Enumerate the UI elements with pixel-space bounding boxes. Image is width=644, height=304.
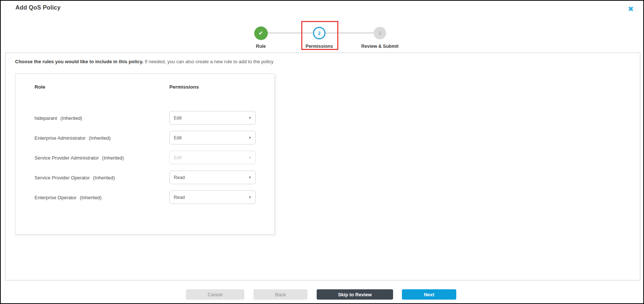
- step-permissions-label: Permissions: [290, 44, 349, 49]
- permission-dropdown-disabled: Edit ▾: [169, 151, 256, 164]
- skip-to-review-button[interactable]: Skip to Review: [317, 289, 393, 300]
- role-label: Service Provider Operator(Inherited): [35, 175, 115, 180]
- dropdown-value: Edit: [174, 115, 182, 121]
- dropdown-value: Edit: [174, 155, 182, 160]
- column-header-role: Role: [35, 84, 45, 90]
- role-label: Service Provider Administrator(Inherited…: [35, 155, 124, 160]
- wizard-stepper: ✔ Rule 2 Permissions 3 Review & Submit: [1, 1, 643, 52]
- next-button[interactable]: Next: [402, 289, 456, 300]
- step-review-number: 3: [378, 31, 381, 36]
- check-icon: ✔: [259, 30, 263, 36]
- chevron-down-icon: ▾: [249, 175, 251, 179]
- step-permissions-number: 2: [318, 31, 320, 36]
- chevron-down-icon: ▾: [249, 155, 251, 160]
- role-label: hideparant(Inherited): [35, 115, 82, 121]
- permission-dropdown[interactable]: Read ▾: [169, 171, 256, 184]
- table-row: Service Provider Administrator(Inherited…: [15, 151, 274, 164]
- dropdown-value: Read: [174, 195, 185, 200]
- cancel-button[interactable]: Cancel: [186, 289, 244, 300]
- instruction-bold: Choose the rules you would like to inclu…: [15, 59, 143, 64]
- table-row: Enterprise Administrator(Inherited) Edit…: [15, 131, 274, 144]
- permission-dropdown[interactable]: Read ▾: [169, 190, 256, 204]
- role-label: Enterprise Administrator(Inherited): [35, 135, 111, 140]
- chevron-down-icon: ▾: [249, 136, 251, 140]
- table-row: hideparant(Inherited) Edit ▾: [15, 111, 274, 125]
- dropdown-value: Edit: [174, 135, 182, 140]
- step-rule: ✔ Rule: [231, 24, 290, 49]
- column-header-permissions: Permissions: [169, 84, 199, 90]
- chevron-down-icon: ▾: [249, 116, 251, 120]
- dropdown-value: Read: [174, 175, 185, 180]
- permission-dropdown[interactable]: Edit ▾: [169, 111, 256, 125]
- step-review: 3 Review & Submit: [350, 24, 409, 49]
- chevron-down-icon: ▾: [249, 195, 251, 199]
- step-review-circle[interactable]: 3: [374, 27, 386, 39]
- step-review-label: Review & Submit: [350, 44, 409, 49]
- step-rule-label: Rule: [231, 44, 290, 49]
- table-row: Enterprise Operator(Inherited) Read ▾: [15, 190, 274, 204]
- instruction-regular: If needed, you can also create a new rul…: [143, 59, 273, 64]
- step-permissions: 2 Permissions: [290, 24, 349, 49]
- step-rule-circle[interactable]: ✔: [254, 26, 268, 40]
- step-permissions-circle[interactable]: 2: [313, 27, 325, 39]
- permissions-card: Role Permissions hideparant(Inherited) E…: [15, 74, 275, 235]
- role-label: Enterprise Operator(Inherited): [35, 194, 101, 200]
- back-button[interactable]: Back: [253, 289, 307, 300]
- main-panel: Choose the rules you would like to inclu…: [5, 53, 640, 280]
- permission-dropdown[interactable]: Edit ▾: [169, 131, 256, 144]
- table-row: Service Provider Operator(Inherited) Rea…: [15, 171, 274, 184]
- instruction-text: Choose the rules you would like to inclu…: [15, 59, 273, 64]
